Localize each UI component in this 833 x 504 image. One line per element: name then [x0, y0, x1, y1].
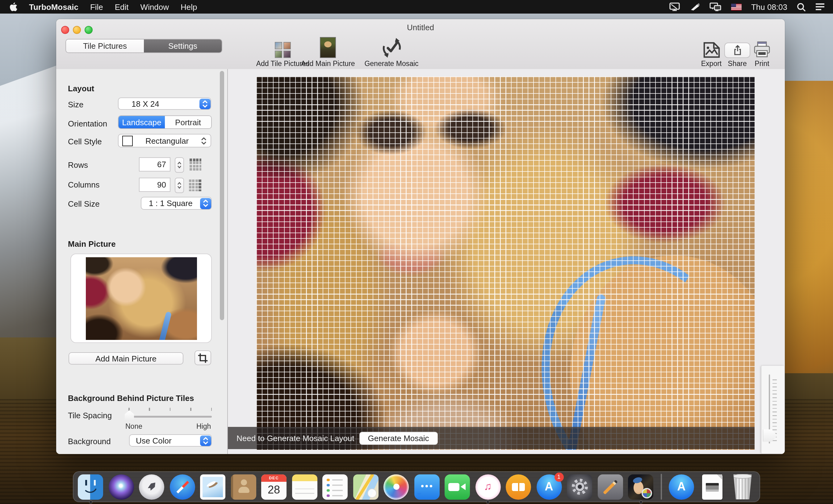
menu-edit[interactable]: Edit: [115, 2, 129, 11]
dock-item-safari[interactable]: [169, 474, 195, 499]
rows-input[interactable]: 67: [139, 157, 170, 172]
mosaic-preview[interactable]: [256, 76, 755, 450]
cell-style-popup[interactable]: Rectangular: [118, 134, 211, 147]
facetime-icon: [445, 474, 470, 499]
app-store-alt-icon: A: [669, 474, 694, 499]
print-button[interactable]: Print: [749, 36, 775, 67]
contacts-icon: [231, 474, 256, 499]
display-icon[interactable]: [670, 2, 681, 11]
menu-help[interactable]: Help: [181, 2, 197, 11]
dock-item-graphics-app[interactable]: [597, 474, 623, 499]
maps-icon: [353, 474, 378, 499]
dual-display-icon[interactable]: [710, 2, 722, 11]
add-tile-pictures-button[interactable]: Add Tile Pictures: [261, 36, 305, 67]
share-button[interactable]: Share: [724, 36, 750, 67]
calendar-icon: DEC 28: [261, 474, 287, 499]
mosaic-preview-area: Need to Generate Mosaic Layout Generate …: [228, 69, 785, 454]
columns-stepper[interactable]: [175, 178, 184, 193]
photos-icon: [383, 474, 409, 499]
sidebar-scrollbar[interactable]: [220, 71, 224, 320]
crop-button[interactable]: [194, 350, 211, 365]
columns-input[interactable]: 90: [139, 178, 170, 192]
menu-bar: TurboMosaic File Edit Window Help Thu 08…: [0, 0, 833, 14]
generate-mosaic-button[interactable]: Generate Mosaic: [359, 431, 438, 445]
tile-spacing-label: Tile Spacing: [68, 411, 112, 420]
desktop: TurboMosaic File Edit Window Help Thu 08…: [0, 0, 833, 504]
running-indicator: [639, 501, 642, 503]
rows-label: Rows: [68, 160, 88, 170]
rows-stepper[interactable]: [175, 157, 184, 173]
main-picture-thumbnail[interactable]: [86, 257, 197, 339]
dock-item-turbomosaic[interactable]: [628, 474, 653, 499]
siri-icon: [109, 474, 134, 499]
us-flag-icon[interactable]: [732, 3, 742, 10]
dock-item-itunes[interactable]: ♫: [475, 474, 500, 499]
spacing-min-label: None: [125, 423, 142, 430]
orientation-landscape[interactable]: Landscape: [119, 116, 165, 128]
dock: DEC 28 ♫ A 1 A: [73, 471, 760, 502]
dock-item-app-store[interactable]: A 1: [536, 474, 562, 499]
add-tile-pictures-icon: [275, 37, 291, 58]
dock-item-trash[interactable]: [730, 474, 755, 499]
status-message: Need to Generate Mosaic Layout: [237, 433, 354, 443]
dock-item-reminders[interactable]: [322, 474, 348, 499]
magnifier-icon: [642, 488, 652, 498]
dock-item-photos[interactable]: [383, 474, 409, 499]
columns-grid-icon: [189, 179, 201, 191]
main-picture-frame: [70, 254, 212, 343]
menu-app-name[interactable]: TurboMosaic: [29, 2, 78, 11]
dock-item-app-store-alt[interactable]: A: [669, 474, 694, 499]
dock-item-system-preferences[interactable]: [567, 474, 592, 499]
launchpad-icon: [139, 474, 164, 499]
size-popup[interactable]: 18 X 24: [118, 98, 211, 110]
dock-item-siri[interactable]: [109, 474, 134, 499]
popup-chevrons-icon: [199, 98, 210, 109]
menu-file[interactable]: File: [90, 2, 103, 11]
cell-size-popup[interactable]: 1 : 1 Square: [141, 197, 212, 210]
cell-style-swatch: [122, 135, 133, 146]
export-button[interactable]: Export: [698, 36, 724, 67]
window-title: Untitled: [56, 23, 785, 32]
size-label: Size: [68, 100, 84, 109]
dock-item-contacts[interactable]: [231, 474, 256, 499]
dock-item-mail[interactable]: [200, 474, 225, 499]
generate-mosaic-icon: [381, 37, 402, 58]
background-popup[interactable]: Use Color: [129, 434, 212, 447]
view-tabs: Tile Pictures Settings: [66, 39, 222, 53]
stylus-icon[interactable]: [690, 2, 700, 11]
apple-menu-icon[interactable]: [9, 2, 17, 11]
spotlight-icon[interactable]: [796, 2, 806, 11]
dock-item-maps[interactable]: [353, 474, 378, 499]
generate-mosaic-toolbar-button[interactable]: Generate Mosaic: [369, 36, 414, 67]
graphics-app-icon: [597, 474, 623, 499]
tile-spacing-track[interactable]: [128, 416, 212, 417]
tile-spacing-knob[interactable]: [125, 410, 134, 420]
dock-item-messages[interactable]: [414, 474, 439, 499]
itunes-icon: ♫: [475, 474, 500, 499]
messages-icon: [414, 474, 439, 499]
mail-icon: [200, 474, 225, 499]
popup-chevrons-icon: [200, 198, 211, 209]
tab-settings[interactable]: Settings: [144, 40, 222, 52]
export-icon: [703, 37, 720, 58]
dock-item-notes[interactable]: [292, 474, 317, 499]
add-main-picture-toolbar-button[interactable]: Add Main Picture: [306, 36, 350, 67]
dock-item-facetime[interactable]: [445, 474, 470, 499]
zoom-slider-panel: [761, 366, 784, 453]
dock-item-document[interactable]: [699, 474, 724, 499]
dock-item-ibooks[interactable]: [506, 474, 531, 499]
menu-clock[interactable]: Thu 08:03: [751, 2, 787, 11]
orientation-portrait[interactable]: Portrait: [165, 116, 211, 128]
calendar-month: DEC: [261, 474, 287, 481]
dock-item-calendar[interactable]: DEC 28: [261, 474, 287, 499]
crop-icon: [197, 353, 208, 363]
orientation-label: Orientation: [68, 119, 107, 128]
turbomosaic-icon: [628, 474, 653, 499]
tab-tile-pictures[interactable]: Tile Pictures: [66, 40, 144, 52]
menu-window[interactable]: Window: [141, 2, 169, 11]
notification-center-icon[interactable]: [815, 3, 825, 10]
add-main-picture-button[interactable]: Add Main Picture: [69, 352, 183, 364]
dock-item-launchpad[interactable]: [139, 474, 164, 499]
trash-icon: [732, 474, 753, 499]
dock-item-finder[interactable]: [78, 474, 103, 499]
